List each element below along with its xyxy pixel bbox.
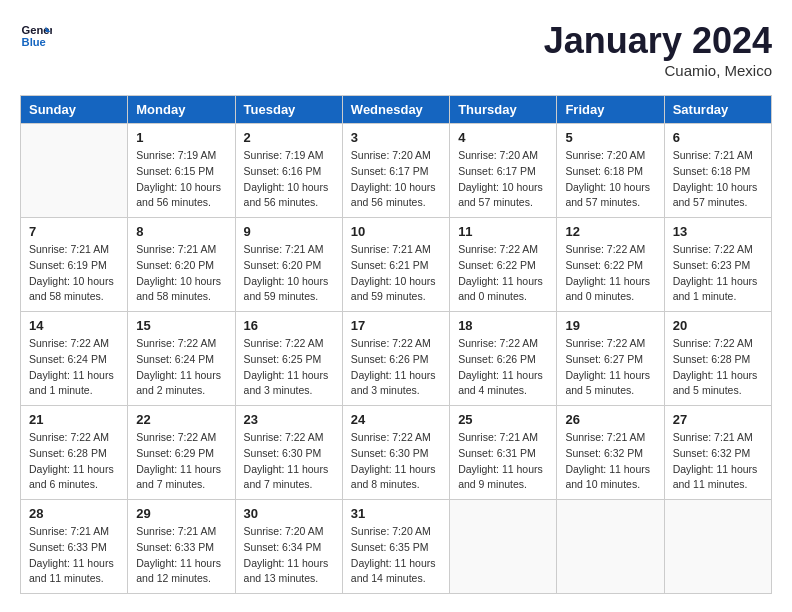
- day-number: 3: [351, 130, 441, 145]
- day-number: 18: [458, 318, 548, 333]
- day-info: Sunrise: 7:22 AMSunset: 6:22 PMDaylight:…: [458, 242, 548, 305]
- calendar-body: 1Sunrise: 7:19 AMSunset: 6:15 PMDaylight…: [21, 124, 772, 594]
- calendar-cell: 3Sunrise: 7:20 AMSunset: 6:17 PMDaylight…: [342, 124, 449, 218]
- day-info: Sunrise: 7:21 AMSunset: 6:33 PMDaylight:…: [136, 524, 226, 587]
- calendar-cell: 5Sunrise: 7:20 AMSunset: 6:18 PMDaylight…: [557, 124, 664, 218]
- day-number: 28: [29, 506, 119, 521]
- day-info: Sunrise: 7:21 AMSunset: 6:32 PMDaylight:…: [673, 430, 763, 493]
- day-info: Sunrise: 7:22 AMSunset: 6:29 PMDaylight:…: [136, 430, 226, 493]
- day-info: Sunrise: 7:22 AMSunset: 6:24 PMDaylight:…: [136, 336, 226, 399]
- day-number: 9: [244, 224, 334, 239]
- day-number: 20: [673, 318, 763, 333]
- day-info: Sunrise: 7:20 AMSunset: 6:34 PMDaylight:…: [244, 524, 334, 587]
- calendar-cell: [21, 124, 128, 218]
- day-number: 8: [136, 224, 226, 239]
- day-number: 12: [565, 224, 655, 239]
- day-number: 24: [351, 412, 441, 427]
- day-info: Sunrise: 7:22 AMSunset: 6:30 PMDaylight:…: [351, 430, 441, 493]
- day-number: 17: [351, 318, 441, 333]
- day-number: 30: [244, 506, 334, 521]
- day-info: Sunrise: 7:20 AMSunset: 6:18 PMDaylight:…: [565, 148, 655, 211]
- calendar-cell: 12Sunrise: 7:22 AMSunset: 6:22 PMDayligh…: [557, 218, 664, 312]
- location: Cuamio, Mexico: [544, 62, 772, 79]
- day-number: 14: [29, 318, 119, 333]
- calendar-cell: 14Sunrise: 7:22 AMSunset: 6:24 PMDayligh…: [21, 312, 128, 406]
- title-block: January 2024 Cuamio, Mexico: [544, 20, 772, 79]
- day-number: 19: [565, 318, 655, 333]
- calendar-cell: 22Sunrise: 7:22 AMSunset: 6:29 PMDayligh…: [128, 406, 235, 500]
- calendar-cell: 24Sunrise: 7:22 AMSunset: 6:30 PMDayligh…: [342, 406, 449, 500]
- column-header-monday: Monday: [128, 96, 235, 124]
- day-number: 6: [673, 130, 763, 145]
- day-info: Sunrise: 7:22 AMSunset: 6:26 PMDaylight:…: [351, 336, 441, 399]
- day-number: 26: [565, 412, 655, 427]
- day-number: 31: [351, 506, 441, 521]
- day-info: Sunrise: 7:22 AMSunset: 6:28 PMDaylight:…: [29, 430, 119, 493]
- month-title: January 2024: [544, 20, 772, 62]
- day-number: 21: [29, 412, 119, 427]
- day-info: Sunrise: 7:20 AMSunset: 6:17 PMDaylight:…: [458, 148, 548, 211]
- calendar-cell: 13Sunrise: 7:22 AMSunset: 6:23 PMDayligh…: [664, 218, 771, 312]
- day-info: Sunrise: 7:22 AMSunset: 6:23 PMDaylight:…: [673, 242, 763, 305]
- day-info: Sunrise: 7:22 AMSunset: 6:24 PMDaylight:…: [29, 336, 119, 399]
- calendar-cell: 21Sunrise: 7:22 AMSunset: 6:28 PMDayligh…: [21, 406, 128, 500]
- calendar-cell: 28Sunrise: 7:21 AMSunset: 6:33 PMDayligh…: [21, 500, 128, 594]
- day-number: 25: [458, 412, 548, 427]
- calendar-week-3: 14Sunrise: 7:22 AMSunset: 6:24 PMDayligh…: [21, 312, 772, 406]
- calendar-cell: 7Sunrise: 7:21 AMSunset: 6:19 PMDaylight…: [21, 218, 128, 312]
- day-number: 4: [458, 130, 548, 145]
- calendar-cell: 25Sunrise: 7:21 AMSunset: 6:31 PMDayligh…: [450, 406, 557, 500]
- calendar-cell: 23Sunrise: 7:22 AMSunset: 6:30 PMDayligh…: [235, 406, 342, 500]
- calendar-week-4: 21Sunrise: 7:22 AMSunset: 6:28 PMDayligh…: [21, 406, 772, 500]
- calendar-table: SundayMondayTuesdayWednesdayThursdayFrid…: [20, 95, 772, 594]
- day-number: 7: [29, 224, 119, 239]
- calendar-cell: 4Sunrise: 7:20 AMSunset: 6:17 PMDaylight…: [450, 124, 557, 218]
- day-number: 16: [244, 318, 334, 333]
- day-info: Sunrise: 7:22 AMSunset: 6:26 PMDaylight:…: [458, 336, 548, 399]
- calendar-cell: 10Sunrise: 7:21 AMSunset: 6:21 PMDayligh…: [342, 218, 449, 312]
- day-info: Sunrise: 7:22 AMSunset: 6:30 PMDaylight:…: [244, 430, 334, 493]
- day-number: 27: [673, 412, 763, 427]
- calendar-cell: 31Sunrise: 7:20 AMSunset: 6:35 PMDayligh…: [342, 500, 449, 594]
- calendar-week-1: 1Sunrise: 7:19 AMSunset: 6:15 PMDaylight…: [21, 124, 772, 218]
- page-header: General Blue January 2024 Cuamio, Mexico: [20, 20, 772, 79]
- calendar-week-2: 7Sunrise: 7:21 AMSunset: 6:19 PMDaylight…: [21, 218, 772, 312]
- calendar-cell: 20Sunrise: 7:22 AMSunset: 6:28 PMDayligh…: [664, 312, 771, 406]
- logo: General Blue: [20, 20, 52, 52]
- calendar-cell: 1Sunrise: 7:19 AMSunset: 6:15 PMDaylight…: [128, 124, 235, 218]
- day-info: Sunrise: 7:19 AMSunset: 6:15 PMDaylight:…: [136, 148, 226, 211]
- calendar-cell: 16Sunrise: 7:22 AMSunset: 6:25 PMDayligh…: [235, 312, 342, 406]
- column-header-saturday: Saturday: [664, 96, 771, 124]
- calendar-cell: 11Sunrise: 7:22 AMSunset: 6:22 PMDayligh…: [450, 218, 557, 312]
- calendar-cell: 2Sunrise: 7:19 AMSunset: 6:16 PMDaylight…: [235, 124, 342, 218]
- day-info: Sunrise: 7:20 AMSunset: 6:17 PMDaylight:…: [351, 148, 441, 211]
- calendar-cell: 30Sunrise: 7:20 AMSunset: 6:34 PMDayligh…: [235, 500, 342, 594]
- day-number: 11: [458, 224, 548, 239]
- logo-icon: General Blue: [20, 20, 52, 52]
- day-number: 13: [673, 224, 763, 239]
- day-info: Sunrise: 7:22 AMSunset: 6:22 PMDaylight:…: [565, 242, 655, 305]
- day-info: Sunrise: 7:21 AMSunset: 6:32 PMDaylight:…: [565, 430, 655, 493]
- svg-text:Blue: Blue: [22, 36, 46, 48]
- calendar-cell: 17Sunrise: 7:22 AMSunset: 6:26 PMDayligh…: [342, 312, 449, 406]
- calendar-cell: 19Sunrise: 7:22 AMSunset: 6:27 PMDayligh…: [557, 312, 664, 406]
- day-info: Sunrise: 7:21 AMSunset: 6:20 PMDaylight:…: [244, 242, 334, 305]
- day-info: Sunrise: 7:21 AMSunset: 6:21 PMDaylight:…: [351, 242, 441, 305]
- day-number: 10: [351, 224, 441, 239]
- day-number: 1: [136, 130, 226, 145]
- day-info: Sunrise: 7:22 AMSunset: 6:27 PMDaylight:…: [565, 336, 655, 399]
- calendar-cell: 15Sunrise: 7:22 AMSunset: 6:24 PMDayligh…: [128, 312, 235, 406]
- calendar-cell: 27Sunrise: 7:21 AMSunset: 6:32 PMDayligh…: [664, 406, 771, 500]
- day-info: Sunrise: 7:21 AMSunset: 6:19 PMDaylight:…: [29, 242, 119, 305]
- day-number: 5: [565, 130, 655, 145]
- calendar-week-5: 28Sunrise: 7:21 AMSunset: 6:33 PMDayligh…: [21, 500, 772, 594]
- column-header-tuesday: Tuesday: [235, 96, 342, 124]
- day-info: Sunrise: 7:21 AMSunset: 6:20 PMDaylight:…: [136, 242, 226, 305]
- day-info: Sunrise: 7:19 AMSunset: 6:16 PMDaylight:…: [244, 148, 334, 211]
- column-header-wednesday: Wednesday: [342, 96, 449, 124]
- column-header-thursday: Thursday: [450, 96, 557, 124]
- calendar-cell: [664, 500, 771, 594]
- day-number: 29: [136, 506, 226, 521]
- day-info: Sunrise: 7:20 AMSunset: 6:35 PMDaylight:…: [351, 524, 441, 587]
- day-info: Sunrise: 7:21 AMSunset: 6:31 PMDaylight:…: [458, 430, 548, 493]
